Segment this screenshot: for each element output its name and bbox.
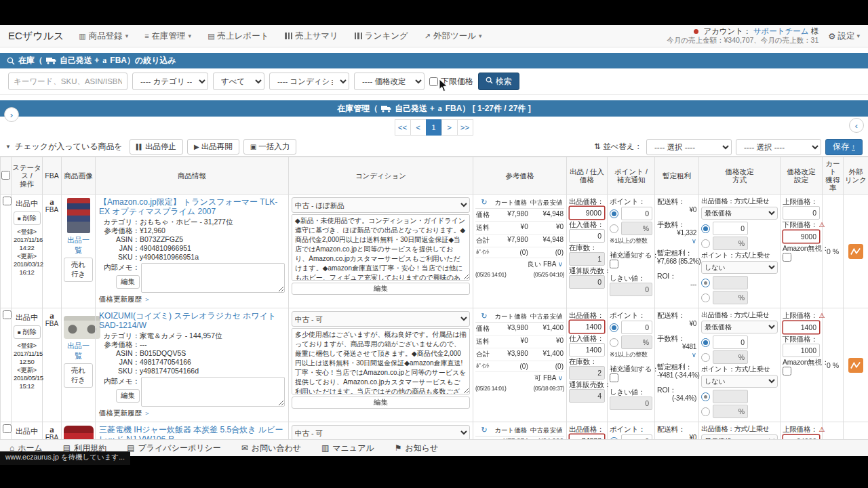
point-method-fixed-radio[interactable] [701, 392, 710, 401]
settings-menu[interactable]: ⚙ 設定 ▾ [828, 30, 860, 42]
footer-link-privacy[interactable]: ▤プライバシーポリシー [127, 443, 221, 454]
panel-toggle-left[interactable]: › [4, 107, 19, 122]
upper-limit-price-input[interactable] [783, 206, 820, 220]
upper-limit-price-input[interactable] [783, 321, 820, 334]
memo-edit-button[interactable]: 編集 [116, 389, 140, 403]
keyword-search-input[interactable] [8, 73, 127, 90]
refresh-icon[interactable]: ↻ [481, 312, 487, 320]
condition-edit-button[interactable]: 編集 [292, 283, 470, 295]
footer-link-news[interactable]: ⚑お知らせ [395, 443, 439, 454]
method-percent-radio[interactable] [701, 353, 710, 362]
method-add-input[interactable] [713, 222, 748, 235]
product-title-link[interactable]: 三菱電機 IHジャー炊飯器 本炭釜 5.5合炊き ルビーレッド NJ-VW106… [99, 425, 285, 441]
monorate-external-icon[interactable] [848, 244, 863, 259]
method-fixed-radio[interactable] [701, 338, 710, 347]
method-fixed-radio[interactable] [701, 224, 710, 233]
point-value-input[interactable] [621, 207, 652, 220]
panel-toggle-right[interactable]: ‹ [849, 118, 864, 133]
refresh-icon[interactable]: ↻ [481, 426, 487, 434]
fba-condition-dropdown[interactable]: 可 FBA ∨ [475, 372, 564, 384]
search-button[interactable]: 検索 [478, 73, 519, 90]
account-name-link[interactable]: サポートチーム [753, 27, 809, 35]
nav-item-inventory[interactable]: ≡ 在庫管理 ▾ [144, 30, 191, 42]
lower-price-checkbox[interactable] [429, 77, 438, 86]
footer-link-manual[interactable]: ▥マニュアル [321, 443, 374, 454]
point-method-fixed-radio[interactable] [701, 279, 710, 287]
condition-select[interactable]: 中古 - 可 [292, 425, 470, 441]
page-last-button[interactable]: >> [457, 119, 473, 136]
condition-edit-button[interactable]: 編集 [292, 396, 470, 409]
condition-description-textarea[interactable]: ◆新品・未使用品です。コンディション・ガイドライン遵守に基づき、ほぼ新品での出品… [292, 214, 470, 281]
stop-listing-button[interactable]: ▌▌ 出品停止 [130, 139, 183, 155]
row-checkbox[interactable] [3, 310, 12, 319]
delete-button[interactable]: ■ 削除 [14, 325, 41, 339]
point-method-select[interactable]: しない [701, 375, 778, 388]
listing-list-link[interactable]: 出品一覧 [64, 341, 93, 361]
memo-edit-button[interactable]: 編集 [116, 275, 140, 289]
refresh-icon[interactable]: ↻ [481, 198, 487, 206]
fba-condition-dropdown[interactable]: 良い FBA ∨ [475, 258, 564, 270]
monorate-external-icon[interactable] [848, 358, 863, 373]
bulk-input-button[interactable]: ▣ 一括入力 [243, 139, 296, 155]
nav-item-sales-summary[interactable]: 売上サマリ [285, 30, 338, 42]
page-prev-button[interactable]: < [410, 119, 427, 136]
listing-price-input[interactable] [569, 320, 605, 333]
reprice-filter-select[interactable]: ---- 価格改定 ---- [354, 73, 425, 90]
replenish-notify-checkbox[interactable] [610, 373, 618, 382]
brand-logo[interactable]: ECザウルス [8, 30, 64, 43]
repricing-method-select[interactable]: 最低価格 [701, 207, 778, 220]
purchase-price-input[interactable] [569, 343, 605, 357]
nav-item-product-register[interactable]: ▥ 商品登録 ▾ [79, 30, 128, 42]
condition-filter-select[interactable]: ---- コンディション ---- [269, 73, 349, 90]
resume-listing-button[interactable]: ▶ 出品再開 [187, 139, 239, 155]
point-fixed-radio[interactable] [610, 323, 618, 332]
sales-trend-button[interactable]: 売れ行き [64, 258, 93, 282]
scope-select[interactable]: すべて [213, 73, 264, 90]
category-select[interactable]: ---- カテゴリ ---- [132, 73, 208, 90]
point-value-input[interactable] [621, 321, 652, 334]
product-title-link[interactable]: KOIZUMI(コイズミ) ステレオラジカセ ホワイト SAD-1214/W [99, 311, 285, 330]
page-number-button[interactable]: 1 [426, 119, 442, 136]
lower-price-filter[interactable]: 下限価格 [429, 76, 473, 87]
amazon-ignore-checkbox[interactable] [783, 367, 791, 375]
memo-textarea[interactable] [141, 377, 285, 407]
method-percent-radio[interactable] [701, 239, 710, 248]
point-fixed-radio[interactable] [610, 209, 618, 218]
purchase-price-input[interactable] [569, 229, 605, 243]
row-checkbox[interactable] [3, 197, 12, 205]
condition-description-textarea[interactable]: 多少使用感はございますが、概ね良好です。付属品は揃っておりますが、商品専用の箱が… [292, 328, 470, 394]
product-title-link[interactable]: 【Amazon.co.jp限定】 トランスフォーマー TLK-EX オプティマス… [99, 197, 285, 216]
row-checkbox[interactable] [3, 424, 12, 433]
listing-list-link[interactable]: 出品一覧 [64, 235, 93, 256]
fee-detail-toggle[interactable]: ∨ [657, 352, 696, 359]
amazon-ignore-checkbox[interactable] [783, 253, 791, 262]
sort-select-1[interactable]: ---- 選択 ---- [646, 139, 732, 155]
condition-select[interactable]: 中古 - ほぼ新品 [292, 197, 470, 213]
method-add-input[interactable] [713, 336, 748, 349]
nav-item-sales-report[interactable]: ▤ 売上レポート [208, 30, 269, 42]
point-method-percent-radio[interactable] [701, 407, 710, 416]
save-button[interactable]: 保存 ↑ [825, 139, 863, 155]
memo-textarea[interactable] [141, 263, 285, 293]
point-method-percent-radio[interactable] [701, 293, 710, 302]
fee-detail-toggle[interactable]: ∨ [657, 238, 696, 245]
page-next-button[interactable]: > [441, 119, 458, 136]
price-history-link[interactable]: 価格更新履歴 ＞ [99, 409, 285, 418]
lower-limit-price-input[interactable] [783, 344, 820, 357]
repricing-method-select[interactable]: 最低価格 [701, 321, 778, 333]
replenish-notify-checkbox[interactable] [610, 260, 618, 268]
price-history-link[interactable]: 価格更新履歴 ＞ [99, 295, 285, 304]
point-percent-radio[interactable] [610, 224, 618, 233]
select-all-checkbox[interactable] [1, 171, 10, 180]
nav-item-ranking[interactable]: ランキング [355, 30, 408, 42]
footer-link-contact[interactable]: ✉お問い合わせ [241, 443, 301, 454]
delete-button[interactable]: ■ 削除 [14, 211, 41, 225]
listing-price-input[interactable] [569, 206, 605, 220]
sort-select-2[interactable]: ---- 選択 ---- [736, 139, 821, 155]
condition-select[interactable]: 中古 - 可 [292, 311, 470, 327]
sales-trend-button[interactable]: 売れ行き [64, 363, 93, 388]
page-first-button[interactable]: << [395, 119, 411, 136]
point-percent-radio[interactable] [610, 338, 618, 347]
nav-item-external-tools[interactable]: ↗ 外部ツール ▾ [425, 30, 482, 42]
point-method-select[interactable]: しない [701, 261, 778, 274]
